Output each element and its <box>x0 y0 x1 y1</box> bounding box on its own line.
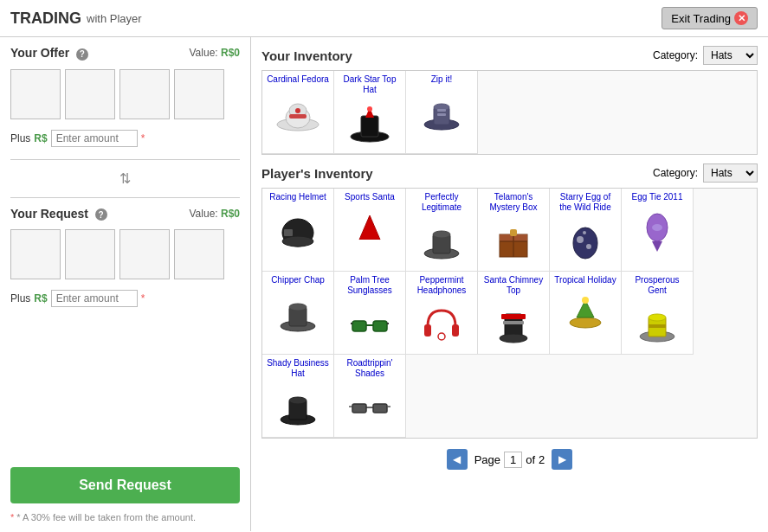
offer-plus-label: Plus <box>10 132 30 144</box>
list-item[interactable]: Palm Tree Sunglasses <box>334 272 406 355</box>
offer-slot-4[interactable] <box>174 69 224 119</box>
svg-marker-17 <box>359 215 380 240</box>
svg-rect-60 <box>373 404 387 413</box>
svg-rect-13 <box>437 113 446 116</box>
svg-point-29 <box>577 236 584 243</box>
player-inventory-title: Player's Inventory <box>261 166 373 181</box>
list-item[interactable]: Starry Egg of the Wild Ride <box>550 189 622 272</box>
offer-amount-input[interactable] <box>51 130 138 147</box>
svg-rect-6 <box>361 116 378 137</box>
list-item[interactable]: Sports Santa <box>334 189 406 272</box>
next-page-button[interactable]: ▶ <box>552 449 572 470</box>
item-name: Peppermint Headphones <box>410 275 474 296</box>
player-inventory-section: Player's Inventory Category: Hats Faces … <box>261 163 758 475</box>
list-item[interactable]: Roadtrippin' Shades <box>334 355 406 438</box>
request-plus-row: Plus R$ * <box>10 290 240 307</box>
your-inventory-title: Your Inventory <box>261 48 352 63</box>
your-request-help-icon[interactable]: ? <box>95 208 107 221</box>
close-icon: ✕ <box>734 11 748 25</box>
your-inventory-category-row: Category: Hats Faces Gear <box>653 46 758 65</box>
your-inventory-section: Your Inventory Category: Hats Faces Gear… <box>261 46 758 155</box>
player-inventory-grid: Racing HelmetSports SantaPerfectly Legit… <box>261 188 758 439</box>
list-item[interactable]: Tropical Holiday <box>550 272 622 355</box>
svg-point-54 <box>649 314 666 321</box>
item-image <box>344 205 396 257</box>
svg-point-15 <box>282 236 313 247</box>
list-item[interactable]: Santa Chimney Top <box>478 272 550 355</box>
list-item[interactable]: Egg Tie 2011 <box>622 189 694 272</box>
send-request-button[interactable]: Send Request <box>10 467 240 503</box>
list-item[interactable]: Chipper Chap <box>262 272 334 355</box>
header: TRADING with Player Exit Trading ✕ <box>0 0 768 37</box>
item-name: Chipper Chap <box>271 275 325 285</box>
arrows-center: ⇅ <box>10 170 240 187</box>
item-image <box>487 215 539 267</box>
svg-point-49 <box>570 317 601 328</box>
left-panel: Your Offer ? Value: R$0 Plus R$ * ⇅ <box>0 37 251 531</box>
list-item[interactable]: Peppermint Headphones <box>406 272 478 355</box>
svg-rect-27 <box>510 229 517 236</box>
svg-rect-59 <box>352 404 366 413</box>
list-item[interactable]: Prosperous Gent <box>622 272 694 355</box>
item-name: Prosperous Gent <box>625 275 689 296</box>
svg-point-36 <box>289 304 307 311</box>
your-inventory-grid: Cardinal Fedora Dark Star Top Hat <box>261 70 758 155</box>
your-offer-slots <box>10 69 240 119</box>
page-label: Page <box>474 453 500 466</box>
list-item[interactable]: Dark Star Top Hat <box>334 71 406 154</box>
divider-1 <box>10 159 240 160</box>
svg-point-44 <box>438 333 445 340</box>
svg-rect-16 <box>284 229 293 236</box>
trading-title: TRADING <box>10 10 81 28</box>
fee-note: * * A 30% fee will be taken from the amo… <box>10 512 240 522</box>
list-item[interactable]: Zip it! <box>406 71 478 154</box>
prev-page-button[interactable]: ◀ <box>447 449 468 470</box>
your-offer-value: R$0 <box>221 47 240 59</box>
svg-rect-47 <box>501 314 526 319</box>
svg-point-31 <box>583 231 586 234</box>
list-item[interactable]: Telamon's Mystery Box <box>478 189 550 272</box>
request-amount-input[interactable] <box>51 290 138 307</box>
item-name: Roadtrippin' Shades <box>338 358 402 379</box>
page-info: Page 1 of 2 <box>474 452 545 468</box>
list-item[interactable]: Cardinal Fedora <box>262 71 334 154</box>
swap-arrows-icon: ⇅ <box>119 170 131 187</box>
item-name: Zip it! <box>431 74 452 85</box>
list-item[interactable]: Racing Helmet <box>262 189 334 272</box>
player-inventory-category-select[interactable]: Hats Faces Gear <box>703 163 758 183</box>
offer-slot-1[interactable] <box>10 69 61 119</box>
right-panel: Your Inventory Category: Hats Faces Gear… <box>251 37 768 531</box>
svg-point-8 <box>367 106 372 112</box>
item-name: Perfectly Legitimate <box>410 192 474 213</box>
request-slot-3[interactable] <box>119 229 170 279</box>
list-item[interactable]: Perfectly Legitimate <box>406 189 478 272</box>
item-image <box>344 381 396 433</box>
item-image <box>631 298 683 350</box>
offer-slot-3[interactable] <box>119 69 170 119</box>
item-image <box>416 298 468 350</box>
exit-trading-button[interactable]: Exit Trading ✕ <box>662 7 758 29</box>
svg-point-58 <box>289 397 307 404</box>
svg-rect-48 <box>503 321 524 324</box>
svg-rect-18 <box>358 240 382 245</box>
offer-slot-2[interactable] <box>65 69 115 119</box>
request-slot-2[interactable] <box>65 229 115 279</box>
item-name: Tropical Holiday <box>554 275 616 285</box>
item-image <box>416 215 468 267</box>
item-image <box>272 205 324 257</box>
your-request-value-label: Value: R$0 <box>190 208 241 220</box>
your-inventory-header: Your Inventory Category: Hats Faces Gear <box>261 46 758 65</box>
offer-plus-row: Plus R$ * <box>10 130 240 147</box>
your-offer-help-icon[interactable]: ? <box>76 48 88 61</box>
your-inventory-category-select[interactable]: Hats Faces Gear <box>703 46 758 65</box>
request-slot-1[interactable] <box>10 229 61 279</box>
your-inventory-category-label: Category: <box>653 49 698 61</box>
svg-point-4 <box>295 108 300 113</box>
item-name: Egg Tie 2011 <box>632 192 683 202</box>
item-name: Santa Chimney Top <box>481 275 545 296</box>
request-slot-4[interactable] <box>174 229 224 279</box>
svg-point-30 <box>586 244 591 249</box>
list-item[interactable]: Shady Business Hat <box>262 355 334 438</box>
svg-rect-37 <box>352 321 366 331</box>
svg-point-22 <box>433 231 450 238</box>
